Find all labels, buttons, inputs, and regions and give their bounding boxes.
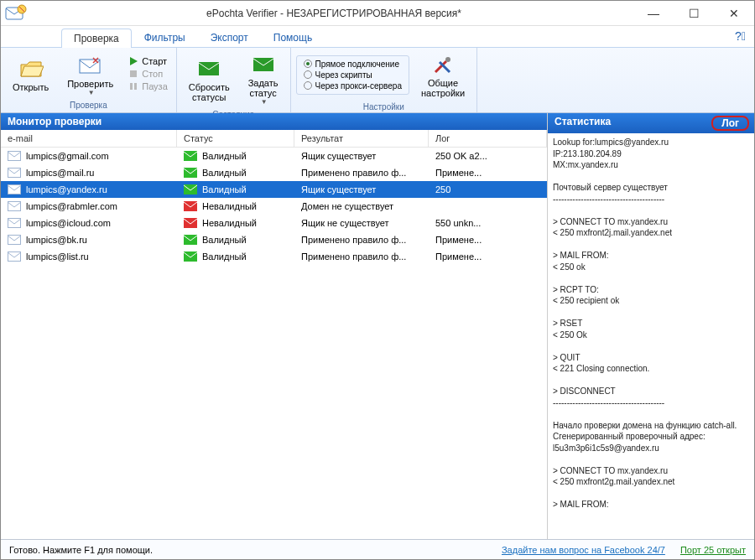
svg-point-8 (445, 57, 450, 62)
svg-rect-13 (8, 185, 21, 194)
tab-filters[interactable]: Фильтры (132, 28, 198, 47)
status-envelope-icon (184, 151, 197, 161)
svg-rect-22 (184, 251, 197, 262)
svg-rect-17 (8, 219, 21, 228)
svg-rect-19 (8, 236, 21, 245)
log-tab[interactable]: Лог (711, 116, 749, 131)
col-log[interactable]: Лог (429, 130, 547, 147)
table-row[interactable]: lumpics@bk.ruВалидныйПрименено правило ф… (1, 231, 547, 248)
svg-rect-12 (184, 168, 197, 178)
folder-open-icon (18, 55, 44, 82)
envelope-icon (8, 201, 21, 211)
tab-proverka[interactable]: Проверка (61, 29, 132, 48)
status-envelope-icon (184, 201, 197, 211)
status-envelope-icon (184, 168, 197, 178)
log-content: Lookup for:lumpics@yandex.ruIP:213.180.2… (548, 133, 754, 539)
svg-rect-6 (199, 62, 219, 75)
facebook-link[interactable]: Задайте нам вопрос на Facebook 24/7 (502, 545, 665, 555)
monitor-header: Монитор проверки (1, 113, 547, 130)
app-window: ePochta Verifier - НЕЗАРЕГИСТРИРОВАННАЯ … (0, 0, 755, 560)
envelope-check-icon (78, 52, 103, 79)
svg-rect-9 (8, 152, 21, 161)
envelope-icon (8, 151, 21, 161)
envelope-icon (8, 184, 21, 194)
ribbon: Открыть Проверить▼ Старт Стоп Пауза Пров… (1, 48, 754, 113)
svg-rect-5 (134, 83, 137, 90)
titlebar: ePochta Verifier - НЕЗАРЕГИСТРИРОВАННАЯ … (1, 1, 754, 26)
svg-rect-18 (184, 218, 197, 228)
status-envelope-icon (184, 184, 197, 194)
svg-rect-4 (130, 83, 133, 90)
table-row[interactable]: lumpics@list.ruВалидныйПрименено правило… (1, 248, 547, 265)
svg-rect-10 (184, 151, 197, 161)
radio-dot-icon (304, 70, 312, 79)
body-area: Монитор проверки e-mail Статус Результат… (1, 113, 754, 539)
svg-rect-15 (8, 202, 21, 211)
table-row[interactable]: lumpics@yandex.ruВалидныйЯщик существует… (1, 181, 547, 198)
col-result[interactable]: Результат (294, 130, 429, 147)
envelope-icon (8, 168, 21, 178)
pause-button[interactable]: Пауза (125, 80, 171, 92)
stats-pane: Статистика Лог Lookup for:lumpics@yandex… (548, 113, 754, 539)
reset-label: Сбросить статусы (189, 82, 230, 102)
svg-rect-16 (184, 201, 197, 211)
group-settings-label: Настройки (291, 101, 477, 114)
window-title: ePochta Verifier - НЕЗАРЕГИСТРИРОВАННАЯ … (31, 8, 637, 19)
table-row[interactable]: lumpics@rabmler.comНевалидныйДомен не су… (1, 198, 547, 215)
statusbar: Готово. Нажмите F1 для помощи. Задайте н… (1, 539, 754, 559)
general-settings-button[interactable]: Общие настройки (414, 49, 471, 100)
stop-button[interactable]: Стоп (125, 68, 171, 80)
general-label: Общие настройки (421, 78, 465, 98)
status-envelope-icon (184, 218, 197, 228)
setstatus-label: Задать статус (248, 78, 279, 98)
verify-label: Проверить (67, 79, 113, 89)
svg-rect-11 (8, 169, 21, 178)
svg-rect-14 (184, 184, 197, 194)
maximize-button[interactable]: ☐ (677, 4, 711, 23)
start-button[interactable]: Старт (125, 55, 171, 67)
grid-body: lumpics@gmail.comВалидныйЯщик существует… (1, 148, 547, 539)
envelope-icon (8, 251, 21, 262)
col-email[interactable]: e-mail (1, 130, 177, 147)
envelope-reset-icon (197, 55, 221, 82)
radio-proxy[interactable]: Через прокси-сервера (304, 81, 402, 91)
col-status[interactable]: Статус (177, 130, 294, 147)
minimize-button[interactable]: — (637, 4, 670, 23)
open-button[interactable]: Открыть (6, 54, 55, 94)
reset-status-button[interactable]: Сбросить статусы (182, 54, 237, 104)
table-row[interactable]: lumpics@gmail.comВалидныйЯщик существует… (1, 148, 547, 164)
svg-rect-21 (8, 252, 21, 262)
status-ready: Готово. Нажмите F1 для помощи. (9, 545, 487, 555)
envelope-set-icon (252, 51, 275, 78)
open-label: Открыть (13, 82, 49, 92)
svg-rect-3 (130, 70, 137, 77)
tab-export[interactable]: Экспорт (198, 28, 261, 47)
connection-mode-group: Прямое подключение Через скрипты Через п… (296, 55, 409, 95)
radio-scripts[interactable]: Через скрипты (304, 70, 402, 80)
close-button[interactable]: ✕ (717, 4, 751, 23)
radio-dot-icon (304, 81, 312, 90)
help-icon[interactable]: ?⃝ (735, 29, 746, 43)
svg-rect-20 (184, 235, 197, 245)
table-row[interactable]: lumpics@mail.ruВалидныйПрименено правило… (1, 164, 547, 181)
verify-button[interactable]: Проверить▼ (60, 50, 120, 98)
group-check-label: Проверка (1, 100, 176, 112)
status-envelope-icon (184, 235, 197, 245)
monitor-pane: Монитор проверки e-mail Статус Результат… (1, 113, 548, 539)
envelope-icon (8, 235, 21, 245)
stats-title: Статистика (555, 116, 611, 131)
ribbon-tab-row: Проверка Фильтры Экспорт Помощь ?⃝ (1, 26, 754, 48)
grid-header: e-mail Статус Результат Лог (1, 130, 547, 148)
status-envelope-icon (184, 251, 197, 262)
radio-dot-icon (304, 60, 312, 68)
envelope-icon (8, 218, 21, 228)
port-link[interactable]: Порт 25 открыт (680, 545, 746, 555)
tools-icon (431, 51, 455, 78)
tab-help[interactable]: Помощь (261, 28, 325, 47)
stop-icon (128, 69, 138, 79)
set-status-button[interactable]: Задать статус▼ (242, 49, 285, 107)
play-icon (128, 56, 138, 66)
table-row[interactable]: lumpics@icloud.comНевалидныйЯщик не суще… (1, 215, 547, 231)
svg-rect-7 (253, 58, 273, 71)
radio-direct[interactable]: Прямое подключение (304, 60, 402, 69)
